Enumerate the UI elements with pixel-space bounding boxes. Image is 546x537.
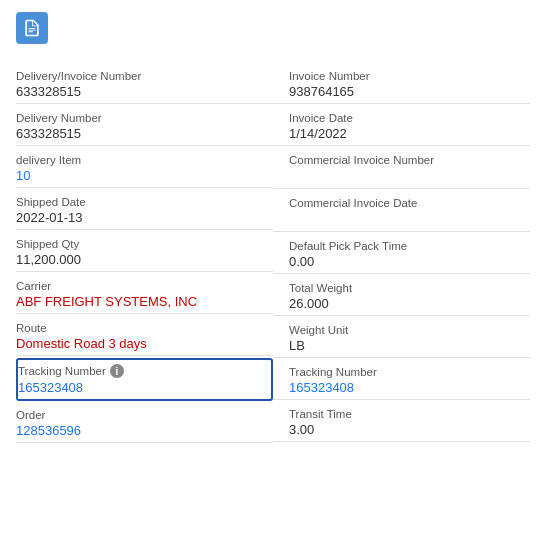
field-item: Tracking Numberi165323408: [16, 358, 273, 401]
field-item: Delivery/Invoice Number633328515: [16, 64, 273, 104]
field-value: 1/14/2022: [289, 126, 530, 141]
field-item: Shipped Date2022-01-13: [16, 190, 273, 230]
field-value: 11,200.000: [16, 252, 265, 267]
field-item: CarrierABF FREIGHT SYSTEMS, INC: [16, 274, 273, 314]
field-label: Total Weight: [289, 282, 530, 294]
page-header: [0, 0, 546, 54]
field-item: Invoice Number938764165: [273, 64, 530, 104]
field-item: Weight UnitLB: [273, 318, 530, 358]
field-label: Delivery/Invoice Number: [16, 70, 265, 82]
field-item: Shipped Qty11,200.000: [16, 232, 273, 272]
field-label: Tracking Number: [289, 366, 530, 378]
field-label: delivery Item: [16, 154, 265, 166]
field-value: [289, 168, 530, 184]
field-label: Carrier: [16, 280, 265, 292]
field-value: [289, 211, 530, 227]
field-item: Transit Time3.00: [273, 402, 530, 442]
info-icon[interactable]: i: [110, 364, 124, 378]
field-label: Transit Time: [289, 408, 530, 420]
field-item: delivery Item10: [16, 148, 273, 188]
field-label: Invoice Number: [289, 70, 530, 82]
field-value: 26.000: [289, 296, 530, 311]
field-item: Commercial Invoice Date: [273, 191, 530, 232]
field-label: Invoice Date: [289, 112, 530, 124]
field-value[interactable]: 165323408: [18, 380, 265, 395]
field-item: Tracking Number165323408: [273, 360, 530, 400]
field-value[interactable]: Domestic Road 3 days: [16, 336, 265, 351]
field-value[interactable]: 128536596: [16, 423, 265, 438]
field-label: Shipped Qty: [16, 238, 265, 250]
field-label: Commercial Invoice Number: [289, 154, 530, 166]
field-value: LB: [289, 338, 530, 353]
field-item: Order128536596: [16, 403, 273, 443]
document-icon: [22, 18, 42, 38]
field-item: Delivery Number633328515: [16, 106, 273, 146]
field-label: Commercial Invoice Date: [289, 197, 530, 209]
field-label: Shipped Date: [16, 196, 265, 208]
field-value: 2022-01-13: [16, 210, 265, 225]
field-value: 938764165: [289, 84, 530, 99]
field-item: Default Pick Pack Time0.00: [273, 234, 530, 274]
field-value[interactable]: 10: [16, 168, 265, 183]
field-item: Invoice Date1/14/2022: [273, 106, 530, 146]
field-item: RouteDomestic Road 3 days: [16, 316, 273, 356]
field-label: Delivery Number: [16, 112, 265, 124]
left-column: Delivery/Invoice Number633328515Delivery…: [16, 64, 273, 445]
field-item: Total Weight26.000: [273, 276, 530, 316]
right-column: Invoice Number938764165Invoice Date1/14/…: [273, 64, 530, 445]
field-label: Tracking Numberi: [18, 364, 265, 378]
field-label: Weight Unit: [289, 324, 530, 336]
field-value[interactable]: ABF FREIGHT SYSTEMS, INC: [16, 294, 265, 309]
field-label: Route: [16, 322, 265, 334]
content-grid: Delivery/Invoice Number633328515Delivery…: [0, 54, 546, 461]
field-value: 3.00: [289, 422, 530, 437]
field-value: 0.00: [289, 254, 530, 269]
field-label: Order: [16, 409, 265, 421]
field-label: Default Pick Pack Time: [289, 240, 530, 252]
field-item: Commercial Invoice Number: [273, 148, 530, 189]
field-value[interactable]: 165323408: [289, 380, 530, 395]
field-value: 633328515: [16, 84, 265, 99]
header-icon: [16, 12, 48, 44]
field-value: 633328515: [16, 126, 265, 141]
